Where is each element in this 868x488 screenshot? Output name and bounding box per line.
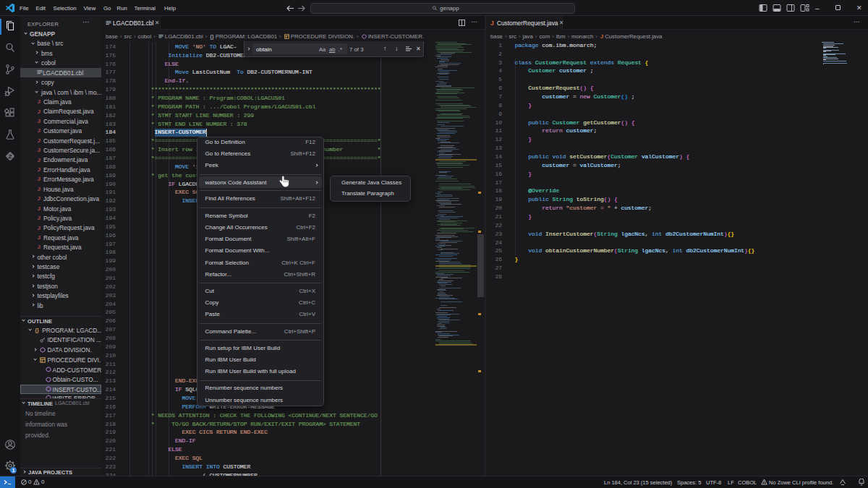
svg-text:Z: Z [9,153,12,160]
